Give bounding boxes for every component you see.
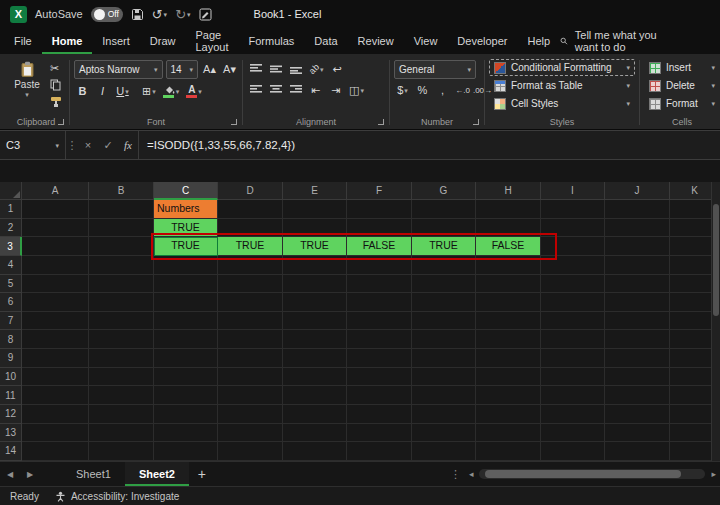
cell-I4[interactable] [541,256,605,275]
borders-button[interactable]: ⊞▾ [140,82,158,100]
italic-button[interactable]: I [94,82,111,100]
cell-J7[interactable] [605,312,670,331]
cell-C14[interactable] [154,442,218,461]
cell-E13[interactable] [283,424,347,443]
delete-button[interactable]: Delete▾ [644,77,720,94]
accounting-format-button[interactable]: $▾ [394,81,411,99]
sheet-tab-sheet2[interactable]: Sheet2 [125,462,189,486]
col-header-J[interactable]: J [605,182,670,200]
cell-G14[interactable] [412,442,476,461]
cell-styles-button[interactable]: Cell Styles▾ [489,95,635,112]
cell-D10[interactable] [218,368,283,387]
cell-I3[interactable] [541,237,605,256]
formula-input[interactable]: =ISODD({1,33,55,66,7.82,4}) [138,131,720,159]
cell-A13[interactable] [22,424,89,443]
cell-H5[interactable] [476,275,541,294]
cell-G12[interactable] [412,405,476,424]
align-center-button[interactable] [267,81,284,99]
cell-D6[interactable] [218,293,283,312]
increase-decimal-button[interactable]: ←.0 [454,81,471,99]
col-header-A[interactable]: A [22,182,89,200]
cell-F4[interactable] [347,256,412,275]
cell-B5[interactable] [89,275,154,294]
cell-B11[interactable] [89,386,154,405]
sheet-nav-right-button[interactable]: ▶ [20,462,40,486]
cell-I10[interactable] [541,368,605,387]
cell-B2[interactable] [89,219,154,238]
font-size-select[interactable]: 14 ▾ [166,60,198,79]
cell-C4[interactable] [154,256,218,275]
cell-D2[interactable] [218,219,283,238]
cell-C1[interactable]: Numbers [154,200,218,219]
cell-D4[interactable] [218,256,283,275]
cell-B9[interactable] [89,349,154,368]
tab-file[interactable]: File [4,28,42,54]
row-header-1[interactable]: 1 [0,200,22,219]
cell-F7[interactable] [347,312,412,331]
cell-G13[interactable] [412,424,476,443]
cell-C10[interactable] [154,368,218,387]
cell-A8[interactable] [22,330,89,349]
tab-home[interactable]: Home [42,28,93,54]
format-painter-button[interactable] [47,94,65,110]
align-bottom-button[interactable] [287,60,304,78]
vertical-scrollbar[interactable] [711,182,720,461]
cell-F12[interactable] [347,405,412,424]
row-header-2[interactable]: 2 [0,219,22,238]
row-header-8[interactable]: 8 [0,330,22,349]
redo-button[interactable]: ↻ ▾ [175,8,190,21]
cell-D5[interactable] [218,275,283,294]
cell-A10[interactable] [22,368,89,387]
cell-B6[interactable] [89,293,154,312]
paste-button[interactable]: Paste ▾ [7,57,47,100]
name-box[interactable]: C3 ▾ [0,131,66,159]
increase-indent-button[interactable]: ⇥ [327,81,344,99]
horizontal-scrollbar[interactable] [479,469,705,479]
cell-E14[interactable] [283,442,347,461]
wrap-text-button[interactable]: ↩ [329,60,346,78]
cell-A1[interactable] [22,200,89,219]
row-header-3[interactable]: 3 [0,237,22,256]
cell-J5[interactable] [605,275,670,294]
cell-J9[interactable] [605,349,670,368]
cell-H11[interactable] [476,386,541,405]
cell-A9[interactable] [22,349,89,368]
sheetbar-more-icon[interactable]: ⋮ [448,468,463,481]
font-name-select[interactable]: Aptos Narrow ▾ [74,60,163,79]
cell-C7[interactable] [154,312,218,331]
cell-H12[interactable] [476,405,541,424]
hscroll-right-icon[interactable]: ▸ [711,469,716,479]
cell-H7[interactable] [476,312,541,331]
cell-J8[interactable] [605,330,670,349]
cell-C11[interactable] [154,386,218,405]
cell-D1[interactable] [218,200,283,219]
autosave-toggle[interactable]: Off [91,7,123,22]
row-header-9[interactable]: 9 [0,349,22,368]
cell-F10[interactable] [347,368,412,387]
cell-G8[interactable] [412,330,476,349]
cell-A7[interactable] [22,312,89,331]
cell-H13[interactable] [476,424,541,443]
cell-H14[interactable] [476,442,541,461]
row-header-6[interactable]: 6 [0,293,22,312]
cell-C13[interactable] [154,424,218,443]
tab-insert[interactable]: Insert [92,28,140,54]
decrease-indent-button[interactable]: ⇤ [307,81,324,99]
cell-B4[interactable] [89,256,154,275]
cell-B14[interactable] [89,442,154,461]
conditional-formatting-button[interactable]: Conditional Formatting▾ [489,59,635,76]
cell-E2[interactable] [283,219,347,238]
cell-H8[interactable] [476,330,541,349]
tab-data[interactable]: Data [304,28,347,54]
cell-C5[interactable] [154,275,218,294]
cell-J4[interactable] [605,256,670,275]
cell-E10[interactable] [283,368,347,387]
cell-A4[interactable] [22,256,89,275]
cell-J12[interactable] [605,405,670,424]
cut-button[interactable]: ✂ [47,60,65,76]
cell-H6[interactable] [476,293,541,312]
tab-review[interactable]: Review [348,28,404,54]
cell-E1[interactable] [283,200,347,219]
cell-F5[interactable] [347,275,412,294]
cell-G9[interactable] [412,349,476,368]
